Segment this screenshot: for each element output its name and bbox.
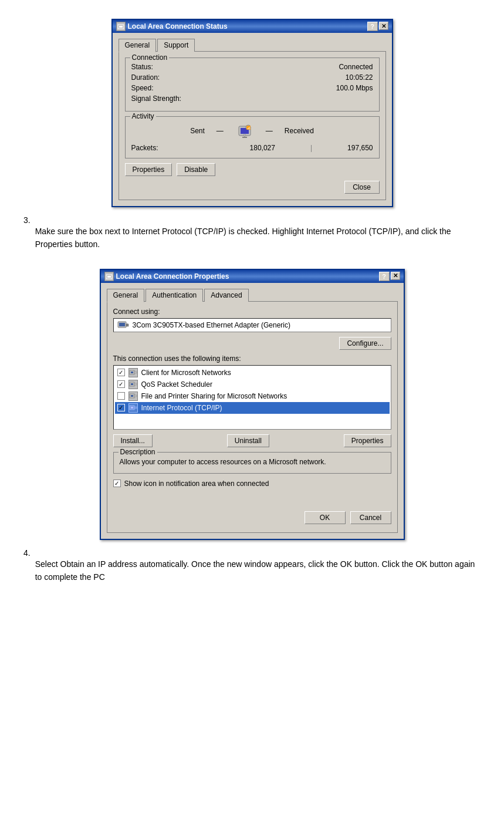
arrow-sent: —: [217, 127, 224, 135]
status-value: Connected: [339, 63, 373, 71]
list-item-filesharing[interactable]: File and Printer Sharing for Microsoft N…: [115, 390, 390, 402]
checkbox-qos[interactable]: [117, 380, 125, 388]
svg-rect-12: [126, 324, 128, 326]
list-item-tcpip[interactable]: Internet Protocol (TCP/IP): [115, 402, 390, 414]
close-button[interactable]: ✕: [379, 22, 388, 30]
arrow-received: —: [266, 127, 273, 135]
configure-button[interactable]: Configure...: [339, 337, 391, 350]
cancel-button[interactable]: Cancel: [350, 511, 391, 524]
step3-number: 3.: [23, 215, 31, 261]
checkbox-filesharing[interactable]: [117, 392, 125, 400]
properties-tab-content: Connect using: 3Com 3C905TX-based Ethern…: [107, 301, 398, 533]
close-button-bottom[interactable]: Close: [344, 181, 380, 194]
adapter-name: 3Com 3C905TX-based Ethernet Adapter (Gen…: [133, 321, 290, 329]
properties-button[interactable]: Properties: [125, 163, 172, 176]
disable-button[interactable]: Disable: [177, 163, 215, 176]
svg-rect-1: [119, 26, 123, 28]
status-buttons: Properties Disable: [125, 163, 380, 176]
list-item-client[interactable]: Client for Microsoft Networks: [115, 367, 390, 379]
description-group: Description Allows your computer to acce…: [113, 452, 391, 474]
item-icon-filesharing: [128, 391, 138, 401]
components-listbox[interactable]: Client for Microsoft Networks QoS P: [113, 365, 391, 430]
status-dialog-title: Local Area Connection Status: [128, 22, 228, 31]
item-label-client: Client for Microsoft Networks: [141, 369, 231, 377]
svg-rect-5: [242, 137, 247, 138]
sent-packets: 180,027: [250, 144, 275, 152]
step4-instruction: 4. Select Obtain an IP address automatic…: [23, 548, 481, 593]
received-packets: 197,650: [347, 144, 373, 152]
svg-rect-18: [131, 383, 133, 385]
properties-dialog-title: Local Area Connection Properties: [116, 272, 229, 281]
connect-using-row: Connect using: 3Com 3C905TX-based Ethern…: [113, 308, 391, 332]
signal-label: Signal Strength:: [131, 94, 181, 103]
svg-rect-25: [134, 407, 137, 409]
component-properties-button[interactable]: Properties: [344, 434, 391, 447]
item-label-qos: QoS Packet Scheduler: [141, 380, 212, 389]
properties-dialog: Local Area Connection Properties ? ✕ Gen…: [100, 269, 405, 540]
checkbox-tcpip[interactable]: [117, 404, 125, 411]
svg-rect-9: [107, 276, 111, 278]
step3-instruction: 3. Make sure the box next to Internet Pr…: [23, 215, 481, 261]
status-label: Status:: [131, 63, 153, 71]
item-icon-qos: [128, 380, 138, 389]
svg-rect-21: [131, 395, 133, 397]
item-icon-client: [128, 368, 138, 377]
show-icon-row[interactable]: Show icon in notification area when conn…: [113, 480, 391, 488]
packets-label: Packets:: [131, 144, 158, 152]
svg-rect-11: [119, 323, 125, 326]
adapter-icon: [117, 320, 129, 330]
connection-group: Connection Status: Connected Duration: 1…: [125, 58, 380, 112]
status-field-signal: Signal Strength:: [131, 94, 373, 103]
status-field-duration: Duration: 10:05:22: [131, 73, 373, 82]
items-label: This connection uses the following items…: [113, 355, 391, 363]
tab-authentication[interactable]: Authentication: [146, 289, 203, 302]
description-group-label: Description: [119, 448, 157, 456]
adapter-display: 3Com 3C905TX-based Ethernet Adapter (Gen…: [113, 318, 391, 332]
sent-label: Sent: [190, 127, 205, 135]
activity-group-label: Activity: [130, 112, 156, 120]
uninstall-button[interactable]: Uninstall: [227, 434, 269, 447]
show-icon-checkbox[interactable]: [113, 480, 121, 487]
status-field-status: Status: Connected: [131, 63, 373, 71]
network-animation-icon: 📶: [235, 121, 254, 140]
ok-button[interactable]: OK: [305, 511, 346, 524]
step3-text: Make sure the box next to Internet Proto…: [35, 225, 481, 251]
step4-number: 4.: [23, 548, 31, 593]
show-icon-label: Show icon in notification area when conn…: [124, 480, 269, 488]
install-row: Install... Uninstall Properties: [113, 434, 391, 447]
activity-group: Activity Sent — 📶: [125, 116, 380, 158]
activity-header: Sent — 📶 —: [131, 121, 373, 140]
titlebar-icon: [116, 22, 126, 31]
svg-rect-16: [134, 372, 137, 373]
description-text: Allows your computer to access resources…: [120, 457, 385, 467]
tab-support[interactable]: Support: [157, 39, 195, 52]
status-titlebar: Local Area Connection Status ? ✕: [113, 20, 392, 33]
step4-text: Select Obtain an IP address automaticall…: [35, 558, 481, 584]
properties-help-button[interactable]: ?: [379, 272, 390, 281]
status-dialog: Local Area Connection Status ? ✕ General…: [111, 19, 393, 207]
item-label-filesharing: File and Printer Sharing for Microsoft N…: [141, 392, 287, 400]
dialog-footer: OK Cancel: [113, 509, 391, 526]
duration-label: Duration:: [131, 73, 160, 82]
list-item-qos[interactable]: QoS Packet Scheduler: [115, 379, 390, 390]
svg-rect-15: [131, 372, 133, 373]
status-tabs: General Support: [119, 39, 386, 52]
configure-row: Configure...: [113, 337, 391, 350]
properties-tabs: General Authentication Advanced: [107, 289, 398, 302]
connection-group-label: Connection: [130, 53, 170, 62]
item-icon-tcpip: [128, 403, 138, 413]
speed-label: Speed:: [131, 84, 154, 92]
item-label-tcpip: Internet Protocol (TCP/IP): [141, 404, 222, 412]
checkbox-client[interactable]: [117, 369, 125, 376]
connect-using-label: Connect using:: [113, 308, 391, 316]
install-button[interactable]: Install...: [113, 434, 153, 447]
tab-general-props[interactable]: General: [107, 289, 145, 302]
svg-rect-24: [131, 407, 133, 409]
properties-close-button[interactable]: ✕: [391, 272, 400, 280]
tab-general[interactable]: General: [119, 39, 157, 52]
help-button[interactable]: ?: [367, 22, 378, 31]
properties-titlebar-icon: [104, 272, 114, 281]
received-label: Received: [285, 127, 314, 135]
tab-advanced[interactable]: Advanced: [204, 289, 248, 302]
properties-titlebar: Local Area Connection Properties ? ✕: [101, 270, 404, 283]
